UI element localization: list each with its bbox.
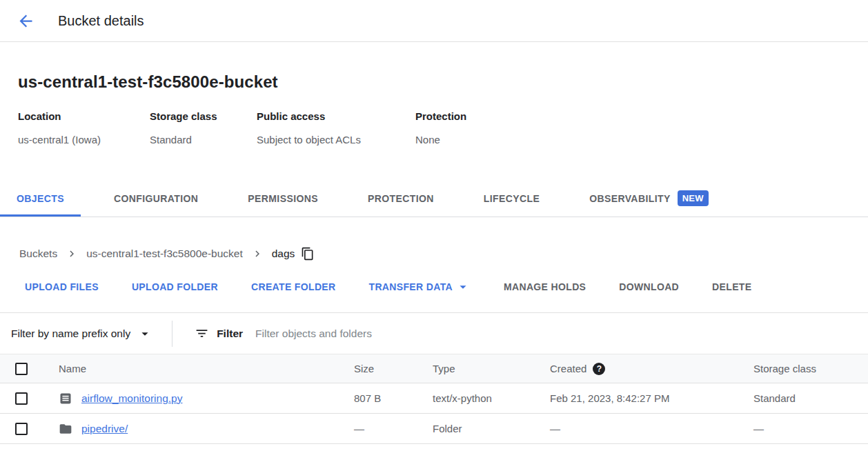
copy-path-button[interactable] [301, 247, 315, 261]
button-label: MANAGE HOLDS [504, 281, 586, 292]
button-label: DOWNLOAD [619, 281, 679, 292]
folder-icon [59, 422, 72, 436]
meta-value: Standard [150, 134, 236, 145]
arrow-left-icon [17, 12, 35, 30]
meta-value: Subject to object ACLs [257, 134, 395, 145]
header-checkbox-cell [0, 363, 59, 375]
bucket-name: us-central1-test-f3c5800e-bucket [18, 72, 850, 92]
tab-label: OBSERVABILITY [589, 193, 670, 204]
meta-value: us-central1 (Iowa) [18, 134, 129, 145]
row-checkbox[interactable] [15, 392, 28, 405]
delete-button[interactable]: DELETE [704, 274, 760, 299]
button-label: UPLOAD FOLDER [132, 281, 218, 292]
meta-label: Storage class [150, 110, 236, 122]
object-size: 807 B [354, 392, 433, 404]
object-storage-class: Standard [753, 392, 868, 404]
file-icon [59, 392, 72, 405]
breadcrumb: Buckets us-central1-test-f3c5800e-bucket… [0, 245, 868, 262]
breadcrumb-bucket-name[interactable]: us-central1-test-f3c5800e-bucket [86, 248, 243, 260]
meta-value: None [415, 134, 466, 145]
divider [172, 321, 172, 347]
tab-bar: OBJECTS CONFIGURATION PERMISSIONS PROTEC… [0, 182, 868, 217]
chevron-right-icon [251, 248, 264, 260]
object-type: Folder [433, 423, 550, 434]
objects-table: Name Size Type Created ? Storage class a… [0, 354, 868, 444]
create-folder-button[interactable]: CREATE FOLDER [243, 274, 344, 299]
back-button[interactable] [14, 9, 37, 32]
caret-down-icon [455, 279, 471, 294]
breadcrumb-current-folder: dags [272, 248, 295, 260]
bucket-meta-row: Location us-central1 (Iowa) Storage clas… [18, 110, 850, 145]
tab-label: OBJECTS [17, 193, 64, 204]
filter-list-icon [195, 326, 209, 341]
row-checkbox-cell [0, 392, 59, 405]
button-label: DELETE [712, 281, 751, 292]
manage-holds-button[interactable]: MANAGE HOLDS [495, 274, 594, 299]
object-size: — [354, 423, 433, 434]
object-type: text/x-python [433, 392, 550, 404]
bucket-summary: us-central1-test-f3c5800e-bucket Locatio… [0, 72, 868, 145]
column-header-size: Size [354, 363, 433, 374]
filter-label: Filter [217, 328, 243, 340]
table-body: airflow_monitoring.py 807 B text/x-pytho… [0, 383, 868, 444]
select-all-checkbox[interactable] [15, 363, 28, 375]
filter-scope-label: Filter by name prefix only [11, 328, 130, 340]
new-badge: NEW [678, 190, 709, 206]
chevron-right-icon [66, 248, 78, 260]
object-name-cell: pipedrive/ [59, 422, 354, 436]
tab-label: PERMISSIONS [248, 193, 318, 204]
page-title: Bucket details [58, 13, 144, 29]
tab-label: PROTECTION [368, 193, 434, 204]
object-storage-class: — [753, 423, 868, 434]
upload-files-button[interactable]: UPLOAD FILES [17, 274, 107, 299]
object-created: Feb 21, 2023, 8:42:27 PM [550, 392, 753, 404]
help-circle-icon[interactable]: ? [593, 363, 605, 375]
button-label: CREATE FOLDER [251, 281, 336, 292]
object-link[interactable]: airflow_monitoring.py [81, 392, 182, 405]
filter-input[interactable] [255, 328, 642, 340]
object-created: — [550, 423, 753, 434]
column-header-type: Type [433, 363, 550, 374]
table-header-row: Name Size Type Created ? Storage class [0, 354, 868, 383]
object-actions-toolbar: UPLOAD FILES UPLOAD FOLDER CREATE FOLDER… [0, 273, 868, 301]
object-name-cell: airflow_monitoring.py [59, 392, 354, 405]
app-bar: Bucket details [0, 0, 868, 42]
meta-public-access: Public access Subject to object ACLs [257, 110, 415, 145]
filter-bar: Filter by name prefix only Filter [0, 312, 868, 354]
table-row: airflow_monitoring.py 807 B text/x-pytho… [0, 383, 868, 414]
tab-label: LIFECYCLE [484, 193, 540, 204]
transfer-data-button[interactable]: TRANSFER DATA [361, 274, 479, 299]
caret-down-icon [137, 326, 152, 341]
tab-permissions[interactable]: PERMISSIONS [231, 182, 335, 217]
meta-location: Location us-central1 (Iowa) [18, 110, 150, 145]
table-row: pipedrive/ — Folder — — [0, 414, 868, 444]
meta-label: Public access [257, 110, 395, 122]
column-header-created: Created ? [550, 363, 753, 375]
row-checkbox-cell [0, 423, 59, 435]
button-label: UPLOAD FILES [25, 281, 99, 292]
breadcrumb-buckets[interactable]: Buckets [19, 248, 57, 260]
meta-label: Location [18, 110, 129, 122]
meta-protection: Protection None [415, 110, 487, 145]
column-header-storage-class: Storage class [753, 363, 868, 374]
row-checkbox[interactable] [15, 423, 28, 435]
tab-configuration[interactable]: CONFIGURATION [97, 182, 215, 217]
meta-label: Protection [415, 110, 466, 122]
tab-objects[interactable]: OBJECTS [0, 182, 81, 217]
upload-folder-button[interactable]: UPLOAD FOLDER [124, 274, 226, 299]
tab-lifecycle[interactable]: LIFECYCLE [467, 182, 556, 217]
tab-protection[interactable]: PROTECTION [351, 182, 451, 217]
button-label: TRANSFER DATA [369, 281, 453, 292]
tab-label: CONFIGURATION [114, 193, 198, 204]
meta-storage-class: Storage class Standard [150, 110, 257, 145]
object-link[interactable]: pipedrive/ [81, 423, 128, 435]
tab-observability[interactable]: OBSERVABILITY NEW [573, 182, 725, 217]
content-copy-icon [301, 247, 315, 261]
column-header-label: Created [550, 363, 586, 374]
filter-scope-selector[interactable]: Filter by name prefix only [11, 326, 152, 341]
download-button[interactable]: DOWNLOAD [611, 274, 687, 299]
column-header-name: Name [59, 363, 354, 374]
